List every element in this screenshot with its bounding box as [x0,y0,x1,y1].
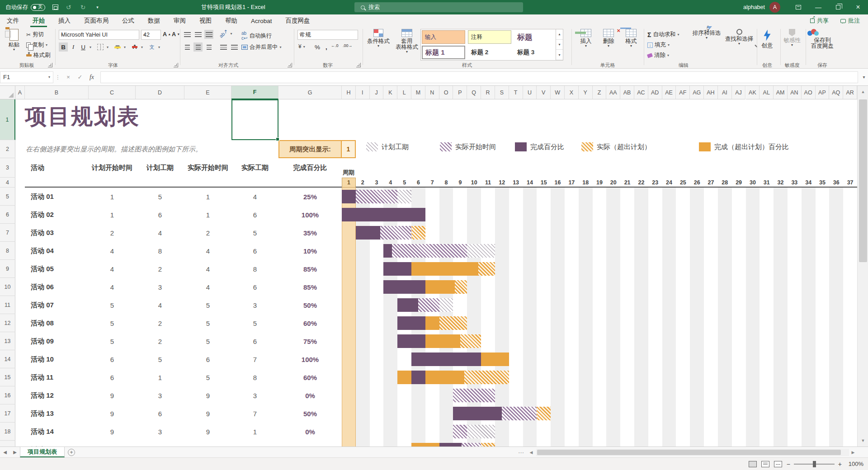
scroll-right-icon[interactable]: ▶ [849,448,857,457]
column-header-R[interactable]: R [481,86,495,99]
activity-value-cell[interactable]: 2 [184,224,231,242]
column-header-J[interactable]: J [370,86,384,99]
period-number-26[interactable]: 26 [690,178,704,188]
activity-value-cell[interactable]: 6 [231,278,278,296]
activity-value-cell[interactable]: 3 [231,386,278,404]
row-header-9[interactable]: 9 [0,260,15,278]
find-select-button[interactable]: 查找和选择▾ [723,29,755,46]
column-header-S[interactable]: S [495,86,509,99]
activity-value-cell[interactable]: 4 [184,242,231,260]
paste-button[interactable]: 粘贴▾ [4,29,24,52]
activity-value-cell[interactable]: 3 [136,423,184,441]
row-header-3[interactable]: 3 [0,158,15,178]
period-number-18[interactable]: 18 [579,178,593,188]
column-header-M[interactable]: M [411,86,425,99]
sheet-nav-left-icon[interactable]: ◀ [0,447,10,457]
activity-value-cell[interactable]: 6 [136,404,184,423]
italic-button[interactable]: I [69,42,78,52]
column-header-B[interactable]: B [25,86,89,99]
period-number-31[interactable]: 31 [760,178,774,188]
activity-value-cell[interactable]: 6 [136,206,184,224]
period-number-9[interactable]: 9 [453,178,467,188]
row-header-17[interactable]: 17 [0,404,15,423]
fill-color-dropdown-icon[interactable]: ▾ [122,42,127,52]
phonetic-button[interactable]: 文 [147,42,156,52]
align-bottom-button[interactable] [204,30,213,39]
increase-decimal-button[interactable]: ←.0 [331,43,339,48]
activity-value-cell[interactable]: 5 [136,188,184,206]
worksheet-grid[interactable]: 项目规划表 在右侧选择要突出显示的周期。描述图表的图例如下所示。 周期突出显示:… [0,86,857,446]
page-break-view-icon[interactable] [774,461,782,467]
activity-name-cell[interactable]: 活动 15 [25,441,89,446]
tab-page-layout[interactable]: 页面布局 [77,14,115,27]
column-header-Y[interactable]: Y [579,86,593,99]
period-number-4[interactable]: 4 [383,178,397,188]
activity-value-cell[interactable]: 1 [184,206,231,224]
activity-pct-cell[interactable]: 35% [278,224,342,242]
column-header-H[interactable]: H [342,86,356,99]
activity-value-cell[interactable]: 2 [136,314,184,332]
column-header-I[interactable]: I [356,86,370,99]
cell-style-title[interactable]: 标题 [514,30,556,44]
column-header-AQ[interactable]: AQ [829,86,843,99]
column-header-AB[interactable]: AB [620,86,634,99]
activity-value-cell[interactable]: 4 [136,296,184,314]
activity-name-cell[interactable]: 活动 08 [25,314,89,332]
activity-value-cell[interactable]: 8 [231,368,278,386]
zoom-level[interactable]: 100% [846,461,863,467]
vertical-scrollbar[interactable]: ▲ ▼ [857,86,868,446]
activity-value-cell[interactable]: 6 [231,242,278,260]
clear-button[interactable]: 清除▾ [647,52,669,59]
align-top-button[interactable] [183,30,192,39]
cut-button[interactable]: ✂剪切 [26,31,44,38]
activity-value-cell[interactable]: 1 [89,206,136,224]
scroll-down-icon[interactable]: ▼ [858,435,868,446]
activity-value-cell[interactable]: 5 [231,314,278,332]
column-header-A[interactable]: A [15,86,25,99]
activity-pct-cell[interactable]: 75% [278,332,342,350]
period-number-20[interactable]: 20 [606,178,620,188]
format-painter-button[interactable]: 格式刷 [26,52,51,59]
activity-pct-cell[interactable]: 60% [278,314,342,332]
borders-button[interactable] [96,42,105,52]
period-number-37[interactable]: 37 [843,178,857,188]
activity-name-cell[interactable]: 活动 09 [25,332,89,350]
fill-color-button[interactable] [113,42,122,52]
column-header-G[interactable]: G [278,86,342,99]
activity-value-cell[interactable]: 4 [184,260,231,278]
column-header-AP[interactable]: AP [816,86,830,99]
column-header-W[interactable]: W [551,86,565,99]
period-number-10[interactable]: 10 [467,178,481,188]
activity-value-cell[interactable]: 8 [136,242,184,260]
period-number-24[interactable]: 24 [662,178,676,188]
comma-style-button[interactable]: , [322,42,331,52]
orientation-button[interactable]: ab↗▾ [219,31,232,37]
column-header-O[interactable]: O [439,86,453,99]
formula-bar-expand-icon[interactable]: ▾ [860,75,868,80]
restore-icon[interactable] [828,0,848,14]
activity-name-cell[interactable]: 活动 12 [25,386,89,404]
activity-value-cell[interactable]: 5 [136,350,184,368]
period-number-23[interactable]: 23 [648,178,662,188]
column-header-AD[interactable]: AD [648,86,662,99]
row-header-14[interactable]: 14 [0,350,15,368]
gallery-up-icon[interactable]: ▴ [556,29,563,40]
tab-insert[interactable]: 插入 [52,14,77,27]
period-number-28[interactable]: 28 [718,178,732,188]
period-number-1[interactable]: 1 [342,178,356,188]
activity-value-cell[interactable]: 5 [89,332,136,350]
activity-value-cell[interactable]: 5 [184,314,231,332]
row-header-13[interactable]: 13 [0,332,15,350]
activity-pct-cell[interactable]: 50% [278,404,342,423]
new-sheet-button[interactable]: + [65,447,78,457]
underline-button[interactable]: U [79,42,88,52]
column-header-AO[interactable]: AO [802,86,816,99]
autosum-button[interactable]: Σ自动求和▾ [647,31,679,38]
fill-button[interactable]: ↓填充▾ [647,41,670,49]
activity-value-cell[interactable]: 5 [231,224,278,242]
activity-value-cell[interactable]: 3 [136,278,184,296]
period-number-29[interactable]: 29 [732,178,746,188]
column-header-AE[interactable]: AE [662,86,676,99]
activity-value-cell[interactable]: 8 [231,260,278,278]
activity-value-cell[interactable]: 3 [136,386,184,404]
